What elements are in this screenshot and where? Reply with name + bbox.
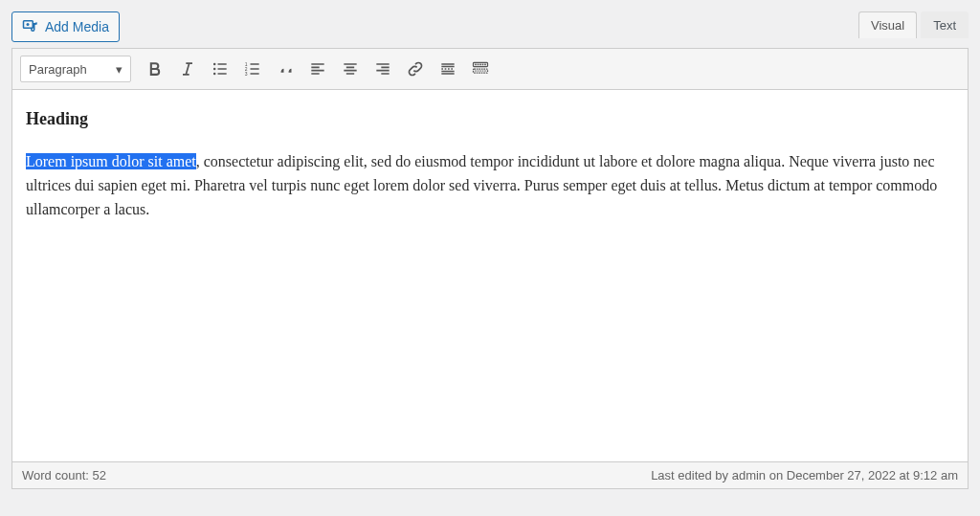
numbered-list-button[interactable]: 123 bbox=[238, 55, 267, 83]
word-count: Word count: 52 bbox=[22, 468, 106, 482]
italic-button[interactable] bbox=[173, 55, 202, 83]
svg-rect-9 bbox=[475, 64, 477, 66]
last-edited: Last edited by admin on December 27, 202… bbox=[651, 468, 958, 482]
svg-point-3 bbox=[213, 68, 216, 71]
format-dropdown-label: Paragraph bbox=[29, 62, 87, 77]
svg-text:3: 3 bbox=[245, 71, 248, 77]
content-heading: Heading bbox=[26, 109, 954, 129]
status-bar: Word count: 52 Last edited by admin on D… bbox=[11, 462, 969, 489]
tab-text[interactable]: Text bbox=[921, 11, 969, 38]
editor-toolbar: Paragraph ▾ 123 bbox=[11, 48, 969, 89]
svg-rect-15 bbox=[475, 70, 477, 72]
bold-button[interactable] bbox=[141, 55, 169, 83]
content-paragraph: Lorem ipsum dolor sit amet, consectetur … bbox=[26, 150, 954, 221]
blockquote-button[interactable] bbox=[271, 55, 300, 83]
bullet-list-button[interactable] bbox=[206, 55, 234, 83]
svg-rect-19 bbox=[484, 70, 486, 72]
toolbar-toggle-button[interactable] bbox=[466, 55, 495, 83]
selected-text: Lorem ipsum dolor sit amet bbox=[26, 153, 196, 169]
svg-rect-17 bbox=[479, 70, 481, 72]
link-button[interactable] bbox=[401, 55, 430, 83]
read-more-button[interactable] bbox=[434, 55, 462, 83]
tab-visual[interactable]: Visual bbox=[858, 11, 917, 38]
svg-point-4 bbox=[213, 73, 216, 76]
svg-rect-12 bbox=[482, 64, 484, 66]
svg-rect-18 bbox=[482, 70, 484, 72]
svg-point-1 bbox=[27, 23, 30, 26]
svg-point-2 bbox=[213, 63, 216, 66]
align-center-button[interactable] bbox=[336, 55, 365, 83]
camera-music-icon bbox=[22, 17, 39, 37]
chevron-down-icon: ▾ bbox=[116, 62, 122, 77]
svg-rect-10 bbox=[478, 64, 479, 66]
editor-tabs: Visual Text bbox=[855, 11, 969, 38]
svg-rect-13 bbox=[484, 64, 486, 66]
add-media-button[interactable]: Add Media bbox=[11, 11, 120, 42]
align-right-button[interactable] bbox=[368, 55, 397, 83]
svg-rect-11 bbox=[479, 64, 481, 66]
add-media-label: Add Media bbox=[45, 19, 109, 34]
editor-content[interactable]: Heading Lorem ipsum dolor sit amet, cons… bbox=[11, 89, 969, 462]
svg-rect-16 bbox=[478, 70, 479, 72]
format-dropdown[interactable]: Paragraph ▾ bbox=[20, 56, 131, 82]
align-left-button[interactable] bbox=[303, 55, 332, 83]
